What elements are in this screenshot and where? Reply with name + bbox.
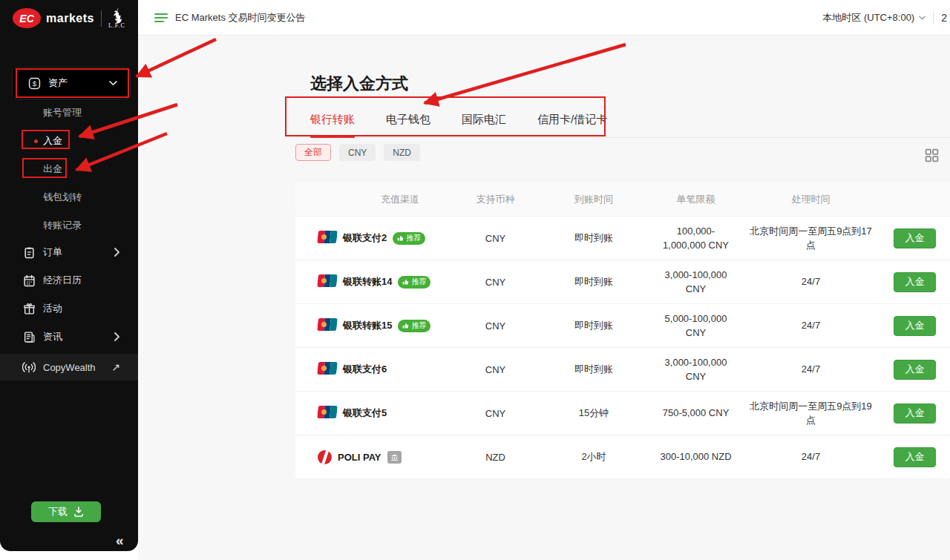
deposit-button[interactable]: 入金 <box>894 403 936 424</box>
assets-dollar-icon: $ <box>27 76 41 90</box>
unionpay-logo-icon <box>318 318 337 333</box>
download-icon <box>73 507 84 517</box>
calendar-icon <box>22 274 36 287</box>
deposit-button[interactable]: 入金 <box>894 447 936 467</box>
tab-international-wire[interactable]: 国际电汇 <box>462 113 506 137</box>
tab-bank-transfer[interactable]: 银行转账 <box>310 113 355 137</box>
filter-chip-nzd[interactable]: NZD <box>384 144 420 161</box>
table-row: 银联支付6CNY即时到账3,000-100,000 CNY24/7入金 <box>295 347 950 391</box>
channel-name: 银联支付6 <box>343 363 387 376</box>
processing-cell: 24/7 <box>742 362 879 377</box>
tab-e-wallet[interactable]: 电子钱包 <box>386 113 430 137</box>
grid-view-icon[interactable] <box>925 148 939 162</box>
channels-table: 充值渠道支持币种到账时间单笔限额处理时间 银联支付2推荐CNY即时到账100,0… <box>295 182 950 478</box>
unionpay-logo-icon <box>318 406 337 421</box>
channel-cell: 银联支付2推荐 <box>295 231 453 246</box>
channel-name: 银联支付5 <box>343 406 387 420</box>
channel-cell: 银联转账15推荐 <box>295 318 453 333</box>
sidebar-item-activities[interactable]: 活动 <box>0 297 138 320</box>
table-body: 银联支付2推荐CNY即时到账100,000-1,000,000 CNY北京时间周… <box>295 216 950 478</box>
sidebar-item-label: 活动 <box>43 302 138 315</box>
news-icon <box>22 330 36 343</box>
gift-icon <box>22 302 36 315</box>
recommended-badge: 推荐 <box>398 276 430 289</box>
processing-cell: 24/7 <box>742 318 879 333</box>
sidebar-item-account-management[interactable]: 账号管理 <box>0 102 138 124</box>
column-header: 处理时间 <box>742 192 879 207</box>
sidebar-item-withdraw[interactable]: 出金 <box>0 158 138 180</box>
channel-name: POLI PAY <box>338 452 381 463</box>
processing-cell: 北京时间周一至周五9点到19点 <box>742 399 879 428</box>
sidebar-item-assets-label: 资产 <box>48 76 106 90</box>
processing-cell: 24/7 <box>742 274 879 289</box>
lfc-crest-icon: L.F.C <box>108 7 125 29</box>
collapse-sidebar-button[interactable]: « <box>116 533 122 549</box>
channel-name: 银联支付2 <box>343 231 387 245</box>
processing-cell: 24/7 <box>742 449 879 464</box>
filter-chip-all[interactable]: 全部 <box>295 144 331 161</box>
column-header: 支持币种 <box>453 193 538 206</box>
action-cell: 入金 <box>879 360 950 380</box>
download-button[interactable]: 下载 <box>31 501 101 522</box>
unionpay-logo-icon <box>318 362 337 377</box>
lfc-text: L.F.C <box>108 22 125 29</box>
currency-cell: CNY <box>453 277 538 288</box>
sidebar-item-news[interactable]: 资讯 <box>0 326 138 348</box>
currency-filters: 全部CNYNZD <box>295 144 420 161</box>
external-link-icon: ↗ <box>111 361 120 373</box>
announcement-list-icon <box>154 13 168 23</box>
timezone-selector[interactable]: 本地时区 (UTC+8:00) <box>822 11 926 24</box>
sidebar-item-wallet-transfer[interactable]: 钱包划转 <box>0 186 138 208</box>
deposit-button[interactable]: 入金 <box>894 228 936 248</box>
limit-cell: 300-10,000 NZD <box>649 449 742 464</box>
limit-cell: 100,000-1,000,000 CNY <box>649 224 742 253</box>
active-dot-icon <box>34 139 38 143</box>
deposit-button[interactable]: 入金 <box>894 316 936 336</box>
deposit-button[interactable]: 入金 <box>894 360 936 380</box>
table-row: 银联转账15推荐CNY即时到账5,000-100,000 CNY24/7入金 <box>295 303 950 347</box>
limit-cell: 750-5,000 CNY <box>649 406 742 421</box>
brand-divider <box>101 10 102 27</box>
clipboard-icon <box>22 246 36 259</box>
sidebar-item-assets[interactable]: $ 资产 <box>12 67 131 99</box>
ec-logo-icon: EC <box>13 8 41 28</box>
sidebar-item-label: 账号管理 <box>43 106 82 119</box>
arrival-cell: 即时到账 <box>538 363 649 376</box>
limit-cell: 3,000-100,000 CNY <box>649 355 742 384</box>
table-row: 银联转账14推荐CNY即时到账3,000-100,000 CNY24/7入金 <box>295 260 950 303</box>
sidebar-item-label: CopyWealth <box>43 362 138 373</box>
chevron-right-icon <box>114 332 120 341</box>
column-header: 到账时间 <box>538 193 649 206</box>
sidebar-item-label: 资讯 <box>43 330 138 343</box>
unionpay-logo-icon <box>318 231 337 246</box>
sidebar-item-transfer-records[interactable]: 转账记录 <box>0 214 138 237</box>
topbar: EC Markets 交易时间变更公告 本地时区 (UTC+8:00) 2 <box>138 0 950 36</box>
tab-credit-debit-card[interactable]: 信用卡/借记卡 <box>537 113 607 137</box>
arrival-cell: 即时到账 <box>538 275 649 289</box>
poli-logo-icon <box>318 450 332 464</box>
brand-name: markets <box>46 12 94 25</box>
column-header: 单笔限额 <box>649 192 742 207</box>
deposit-button[interactable]: 入金 <box>894 272 936 292</box>
sidebar-item-label: 入金 <box>43 134 62 148</box>
sidebar-item-label: 转账记录 <box>43 219 82 232</box>
sidebar-item-label: 出金 <box>43 162 62 176</box>
sidebar-item-orders[interactable]: 订单 <box>0 241 138 263</box>
announcement-link[interactable]: EC Markets 交易时间变更公告 <box>154 11 306 24</box>
arrival-cell: 即时到账 <box>538 319 649 332</box>
currency-cell: CNY <box>453 408 538 419</box>
bank-transfer-icon <box>387 451 402 464</box>
brand-logo: EC markets L.F.C <box>0 7 138 29</box>
unionpay-logo-icon <box>318 274 337 289</box>
arrival-cell: 即时到账 <box>538 231 649 245</box>
channel-cell: 银联转账14推荐 <box>295 274 453 289</box>
filter-chip-cny[interactable]: CNY <box>339 144 376 161</box>
channel-name: 银联转账14 <box>343 275 392 289</box>
sidebar-item-deposit[interactable]: 入金 <box>0 130 138 152</box>
sidebar-item-copywealth[interactable]: CopyWealth↗ <box>0 354 138 381</box>
sidebar-item-economic-calendar[interactable]: 经济日历 <box>0 269 138 291</box>
page: EC markets L.F.C $ 资产 账号管理入金出金钱包划转转账记录 订… <box>0 0 950 560</box>
svg-text:$: $ <box>32 79 36 88</box>
currency-cell: NZD <box>453 452 538 463</box>
currency-cell: CNY <box>453 364 538 375</box>
